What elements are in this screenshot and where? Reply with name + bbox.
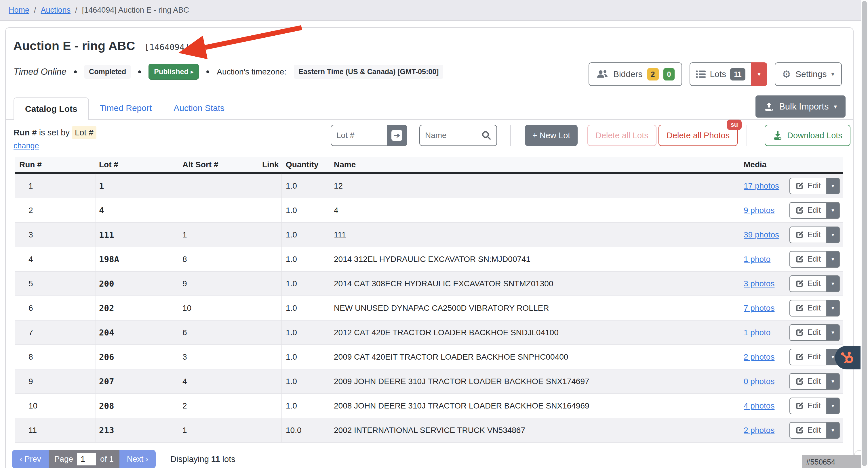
- photos-link[interactable]: 17 photos: [744, 181, 779, 191]
- media-cell: 7 photosEdit▾: [737, 296, 843, 320]
- column-header-link: Link: [257, 160, 282, 169]
- photos-link[interactable]: 1 photo: [744, 255, 770, 264]
- run-source-highlight: Lot #: [72, 126, 96, 139]
- published-button[interactable]: Published ▸: [149, 64, 199, 80]
- edit-dropdown-caret[interactable]: ▾: [827, 251, 840, 268]
- edit-dropdown-caret[interactable]: ▾: [827, 300, 840, 316]
- column-header-quantity: Quantity: [282, 160, 325, 169]
- lot-search-input[interactable]: [331, 125, 387, 146]
- name-search-button[interactable]: [476, 125, 497, 146]
- breadcrumb-separator: /: [75, 6, 78, 15]
- delete-all-photos-button[interactable]: Delete all Photos su: [658, 125, 738, 146]
- chat-widget-button[interactable]: [835, 346, 861, 369]
- lots-dropdown-toggle[interactable]: ▾: [751, 62, 767, 86]
- run-cell: 8: [15, 345, 96, 369]
- quantity-cell: 10.0: [282, 418, 325, 442]
- table-row: 11213110.02002 INTERNATIONAL SERVICE TRU…: [15, 418, 843, 443]
- photos-link[interactable]: 9 photos: [744, 206, 774, 215]
- edit-button[interactable]: Edit: [789, 251, 827, 268]
- edit-button[interactable]: Edit: [789, 275, 827, 292]
- link-cell: [257, 418, 282, 442]
- lot-search-go-button[interactable]: ➔: [387, 125, 407, 146]
- title-row: Auction E - ring ABC [1464094]: [13, 39, 190, 53]
- name-cell: 2014 CAT 308ECR HYDRAULIC EXCAVATOR SNTM…: [325, 271, 737, 296]
- media-cell: 2 photosEdit▾: [737, 418, 843, 442]
- photos-link[interactable]: 2 photos: [744, 426, 774, 435]
- list-icon: [696, 70, 706, 78]
- page-number-input[interactable]: [77, 453, 96, 465]
- quantity-cell: 1.0: [282, 369, 325, 394]
- status-badge: Completed: [84, 65, 131, 79]
- edit-dropdown-caret[interactable]: ▾: [827, 373, 840, 390]
- photos-link[interactable]: 1 photo: [744, 328, 770, 337]
- media-cell: 39 photosEdit▾: [737, 223, 843, 247]
- breadcrumb-auctions-link[interactable]: Auctions: [41, 6, 71, 15]
- page-title: Auction E - ring ABC: [13, 39, 135, 53]
- download-lots-button[interactable]: Download Lots: [765, 125, 850, 146]
- photos-link[interactable]: 2 photos: [744, 353, 774, 362]
- bidders-button[interactable]: Bidders 2 0: [589, 62, 682, 86]
- tab-bar: Catalog Lots Timed Report Auction Stats: [6, 97, 853, 120]
- link-cell: [257, 198, 282, 223]
- table-row: 111.01217 photosEdit▾: [15, 174, 843, 198]
- name-search-input[interactable]: [419, 125, 476, 146]
- photos-link[interactable]: 0 photos: [744, 377, 774, 386]
- edit-button[interactable]: Edit: [789, 422, 827, 439]
- edit-button[interactable]: Edit: [789, 202, 827, 219]
- settings-button[interactable]: ⚙ Settings ▾: [775, 62, 842, 86]
- edit-button[interactable]: Edit: [789, 324, 827, 341]
- breadcrumb-home-link[interactable]: Home: [9, 6, 29, 15]
- alt-sort-cell: 4: [179, 369, 257, 394]
- tab-timed-report[interactable]: Timed Report: [89, 97, 163, 119]
- divider: [510, 125, 511, 146]
- edit-dropdown-caret[interactable]: ▾: [827, 178, 840, 194]
- prev-page-button[interactable]: ‹ Prev: [12, 450, 49, 468]
- edit-button[interactable]: Edit: [789, 178, 827, 194]
- change-link[interactable]: change: [13, 141, 39, 151]
- edit-split-button: Edit▾: [789, 422, 840, 439]
- edit-dropdown-caret[interactable]: ▾: [827, 422, 840, 439]
- photos-link[interactable]: 3 photos: [744, 279, 774, 288]
- lot-search-group: ➔: [331, 125, 407, 146]
- header-actions: Bidders 2 0 Lots 11 ▾ ⚙ Settings ▾: [589, 62, 842, 86]
- edit-split-button: Edit▾: [789, 227, 840, 243]
- bulk-imports-button[interactable]: Bulk Imports ▾: [755, 95, 845, 118]
- scrollbar-thumb[interactable]: [862, 1, 867, 466]
- lots-button[interactable]: Lots 11: [689, 62, 751, 86]
- dot-separator: [206, 70, 209, 73]
- edit-dropdown-caret[interactable]: ▾: [827, 324, 840, 341]
- edit-button[interactable]: Edit: [789, 300, 827, 316]
- bidders-approved-badge: 0: [663, 68, 675, 80]
- link-cell: [257, 394, 282, 418]
- delete-all-lots-button[interactable]: Delete all Lots: [587, 125, 656, 146]
- media-cell: 4 photosEdit▾: [737, 394, 843, 418]
- table-row: 241.049 photosEdit▾: [15, 198, 843, 223]
- photos-link[interactable]: 4 photos: [744, 401, 774, 410]
- settings-label: Settings: [796, 69, 827, 79]
- tab-catalog-lots[interactable]: Catalog Lots: [13, 97, 89, 120]
- photos-link[interactable]: 39 photos: [744, 230, 779, 239]
- chevron-down-icon: ▾: [757, 70, 761, 78]
- media-cell: 17 photosEdit▾: [737, 174, 843, 198]
- pencil-icon: [795, 328, 804, 337]
- alt-sort-cell: 8: [179, 247, 257, 271]
- edit-dropdown-caret[interactable]: ▾: [827, 275, 840, 292]
- table-row: 1020821.02008 JOHN DEERE 310J TRACTOR LO…: [15, 394, 843, 418]
- tab-auction-stats[interactable]: Auction Stats: [163, 97, 236, 119]
- edit-dropdown-caret[interactable]: ▾: [827, 227, 840, 243]
- name-cell: 111: [325, 223, 737, 247]
- edit-split-button: Edit▾: [789, 349, 840, 365]
- edit-dropdown-caret[interactable]: ▾: [827, 202, 840, 219]
- lot-cell: 204: [96, 320, 179, 345]
- edit-button[interactable]: Edit: [789, 373, 827, 390]
- edit-button[interactable]: Edit: [789, 349, 827, 365]
- edit-button[interactable]: Edit: [789, 227, 827, 243]
- edit-dropdown-caret[interactable]: ▾: [827, 398, 840, 414]
- table-header: Run # Lot # Alt Sort # Link Quantity Nam…: [15, 157, 843, 174]
- next-page-button[interactable]: Next ›: [119, 450, 156, 468]
- photos-link[interactable]: 7 photos: [744, 304, 774, 313]
- table-row: 6202101.0NEW UNUSED DYNAPAC CA2500D VIBR…: [15, 296, 843, 321]
- edit-button[interactable]: Edit: [789, 398, 827, 414]
- timezone-label: Auction's timezone:: [217, 67, 286, 76]
- new-lot-button[interactable]: + New Lot: [525, 125, 578, 146]
